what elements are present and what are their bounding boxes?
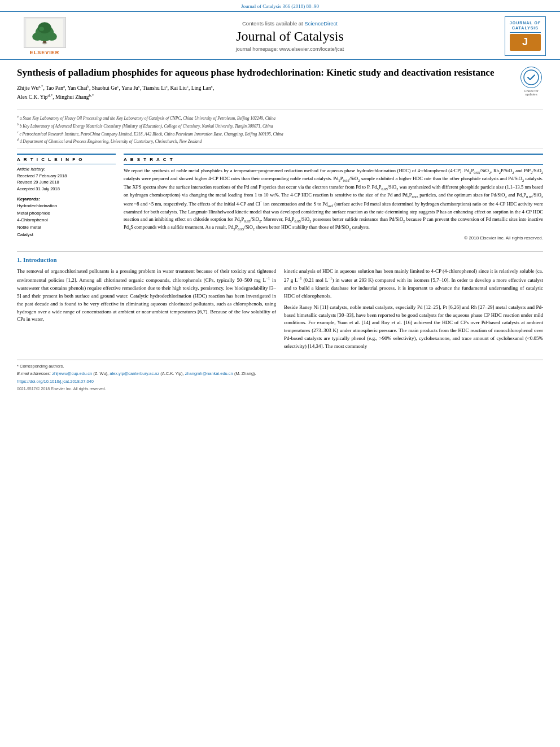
revised-date: Revised 29 June 2018 [17,179,116,185]
keyword-5: Catalyst [17,231,116,239]
journal-citation: Journal of Catalysis 366 (2018) 80–90 [241,3,319,9]
jcat-logo-graphic: J [510,34,541,51]
intro-para1: The removal of organochlorinated polluta… [17,268,276,324]
keywords-title: Keywords: [17,196,116,202]
intro-left-col: The removal of organochlorinated polluta… [17,268,276,354]
article-content: Synthesis of palladium phosphides for aq… [0,60,560,398]
check-updates-label: Check for updates [519,89,543,96]
abstract-copyright: © 2018 Elsevier Inc. All rights reserved… [124,235,543,242]
keyword-4: Noble metal [17,224,116,231]
abstract-text: We report the synthesis of noble metal p… [124,164,543,242]
email-wu[interactable]: zhijiewu@cup.edu.cn [52,371,92,376]
corresponding-label: * Corresponding authors. [17,364,543,370]
check-updates-widget: Check for updates [519,67,543,96]
intro-section-number: 1. Introduction [17,256,543,263]
doi-line: https://doi.org/10.1016/j.jcat.2018.07.0… [17,379,543,385]
copyright-footer: 0021-9517/© 2018 Elsevier Inc. All right… [17,386,543,392]
affiliation-d: d d Department of Chemical and Process E… [17,137,543,145]
doi-link[interactable]: https://doi.org/10.1016/j.jcat.2018.07.0… [17,379,94,384]
introduction-section: 1. Introduction The removal of organochl… [17,251,543,392]
article-history: Article history: Received 7 February 201… [17,164,116,192]
journal-homepage-text: journal homepage: www.elsevier.com/locat… [76,46,504,52]
jcat-logo-title: JOURNAL OFCATALYSIS [510,20,541,30]
elsevier-logo: ELSEVIER [14,17,76,55]
abstract-section: A B S T R A C T We report the synthesis … [124,154,543,242]
email-yip[interactable]: alex.yip@canterbury.ac.nz [110,371,159,376]
article-info-section: A R T I C L E I N F O Article history: R… [17,154,116,239]
keyword-1: Hydrodechlorination [17,203,116,210]
journal-logo-right: JOURNAL OFCATALYSIS J [504,16,546,56]
abstract-label: A B S T R A C T [124,157,543,162]
email-addresses: E-mail addresses: zhijiewu@cup.edu.cn (Z… [17,371,543,377]
article-title-section: Synthesis of palladium phosphides for aq… [17,67,543,110]
sciencedirect-link[interactable]: ScienceDirect [304,20,338,27]
check-updates-circle [520,67,542,88]
svg-point-3 [32,32,42,41]
footnotes: * Corresponding authors. E-mail addresse… [17,360,543,391]
svg-point-6 [39,27,44,30]
svg-point-4 [47,32,57,41]
keyword-3: 4-Chlorophenol [17,217,116,224]
affiliation-c: c c Petrochemical Research Institute, Pe… [17,130,543,137]
contents-available-text: Contents lists available at ScienceDirec… [76,20,504,27]
elsevier-tree-image [24,17,66,48]
affiliation-a: a a State Key Laboratory of Heavy Oil Pr… [17,114,543,121]
svg-point-10 [524,70,539,85]
jcat-logo-box: JOURNAL OFCATALYSIS J [505,16,546,56]
elsevier-label: ELSEVIER [30,50,60,55]
journal-header: ELSEVIER Contents lists available at Sci… [0,11,560,60]
intro-two-col: The removal of organochlorinated polluta… [17,268,543,354]
intro-para-right: kinetic analysis of HDC in aqueous solut… [284,268,543,351]
article-title: Synthesis of palladium phosphides for aq… [17,67,514,79]
article-title-text: Synthesis of palladium phosphides for aq… [17,67,514,104]
intro-right-col: kinetic analysis of HDC in aqueous solut… [284,268,543,354]
affiliations: a a State Key Laboratory of Heavy Oil Pr… [17,114,543,149]
svg-point-7 [42,41,47,44]
page: Journal of Catalysis 366 (2018) 80–90 [0,0,560,747]
keyword-2: Metal phosphide [17,210,116,217]
journal-title-heading: Journal of Catalysis [76,29,504,44]
received-date: Received 7 February 2018 [17,173,116,179]
article-info-label: A R T I C L E I N F O [17,157,116,162]
article-info-column: A R T I C L E I N F O Article history: R… [17,154,116,243]
article-history-title: Article history: [17,167,116,172]
affiliation-b: b b Key Laboratory of Advanced Energy Ma… [17,122,543,129]
article-info-abstract-cols: A R T I C L E I N F O Article history: R… [17,154,543,243]
keywords-section: Keywords: Hydrodechlorination Metal phos… [17,196,116,239]
accepted-date: Accepted 31 July 2018 [17,186,116,192]
journal-citation-bar: Journal of Catalysis 366 (2018) 80–90 [0,0,560,11]
email-zhang[interactable]: zhangmh@nankai.edu.cn [185,371,233,376]
authors-list: Zhijie Wua,*, Tao Pana, Yan Chaib, Shaoh… [17,84,514,101]
abstract-column: A B S T R A C T We report the synthesis … [124,154,543,243]
journal-center-header: Contents lists available at ScienceDirec… [76,20,504,52]
svg-text:J: J [522,36,528,47]
